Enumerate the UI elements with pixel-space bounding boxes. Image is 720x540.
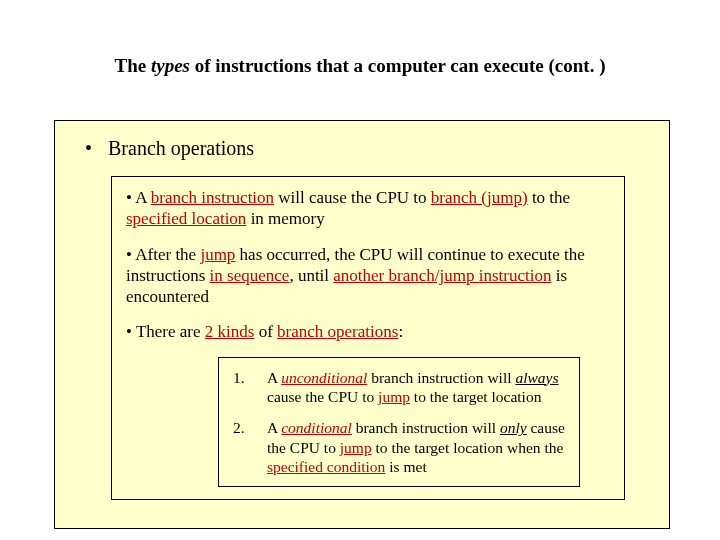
p2-mid2: , until: [289, 266, 333, 285]
k2-t4: to the target location when the: [372, 439, 564, 456]
k1-jump: jump: [378, 388, 410, 405]
kind-1-num: 1.: [233, 368, 267, 407]
kind-1-text: A unconditional branch instruction will …: [267, 368, 565, 407]
p1-mid1: will cause the CPU to: [274, 188, 431, 207]
k2-only: only: [500, 419, 527, 436]
p1-end: in memory: [246, 209, 324, 228]
point-1: • A branch instruction will cause the CP…: [126, 187, 610, 230]
main-bullet-text: Branch operations: [108, 137, 254, 159]
kinds-panel: 1. A unconditional branch instruction wi…: [218, 357, 580, 488]
bullet-dot: •: [85, 137, 103, 160]
k2-jump: jump: [340, 439, 372, 456]
slide: The types of instructions that a compute…: [0, 0, 720, 540]
p1-bullet: • A: [126, 188, 151, 207]
k1-t1: A: [267, 369, 281, 386]
p3-bullet: • There are: [126, 322, 205, 341]
p2-term-jump: jump: [200, 245, 235, 264]
p2-term-another: another branch/jump instruction: [333, 266, 551, 285]
kind-row-2: 2. A conditional branch instruction will…: [233, 418, 565, 476]
k1-t2: branch instruction will: [367, 369, 515, 386]
main-bullet: • Branch operations: [55, 137, 669, 160]
k1-t4: to the target location: [410, 388, 541, 405]
p3-end: :: [398, 322, 403, 341]
p3-term-2kinds: 2 kinds: [205, 322, 255, 341]
p2-term-sequence: in sequence: [210, 266, 290, 285]
p1-term-location: specified location: [126, 209, 246, 228]
k1-always: always: [515, 369, 558, 386]
kind-row-1: 1. A unconditional branch instruction wi…: [233, 368, 565, 407]
k1-t3: cause the CPU to: [267, 388, 378, 405]
p3-term-branch-ops: branch operations: [277, 322, 398, 341]
title-italic: types: [151, 55, 190, 76]
p1-term-branch-instruction: branch instruction: [151, 188, 274, 207]
k2-t5: is met: [385, 458, 426, 475]
p3-mid: of: [254, 322, 277, 341]
inner-panel: • A branch instruction will cause the CP…: [111, 176, 625, 500]
k2-t1: A: [267, 419, 281, 436]
k1-unconditional: unconditional: [281, 369, 367, 386]
point-2: • After the jump has occurred, the CPU w…: [126, 244, 610, 308]
title-post: of instructions that a computer can exec…: [190, 55, 605, 76]
kind-2-text: A conditional branch instruction will on…: [267, 418, 565, 476]
k2-condition: specified condition: [267, 458, 385, 475]
slide-title: The types of instructions that a compute…: [0, 55, 720, 77]
p2-bullet: • After the: [126, 245, 200, 264]
p1-term-branch-jump: branch (jump): [431, 188, 528, 207]
k2-t2: branch instruction will: [352, 419, 500, 436]
outer-panel: • Branch operations • A branch instructi…: [54, 120, 670, 529]
title-pre: The: [115, 55, 151, 76]
p1-mid2: to the: [528, 188, 571, 207]
k2-conditional: conditional: [281, 419, 352, 436]
kind-2-num: 2.: [233, 418, 267, 476]
point-3: • There are 2 kinds of branch operations…: [126, 321, 610, 342]
